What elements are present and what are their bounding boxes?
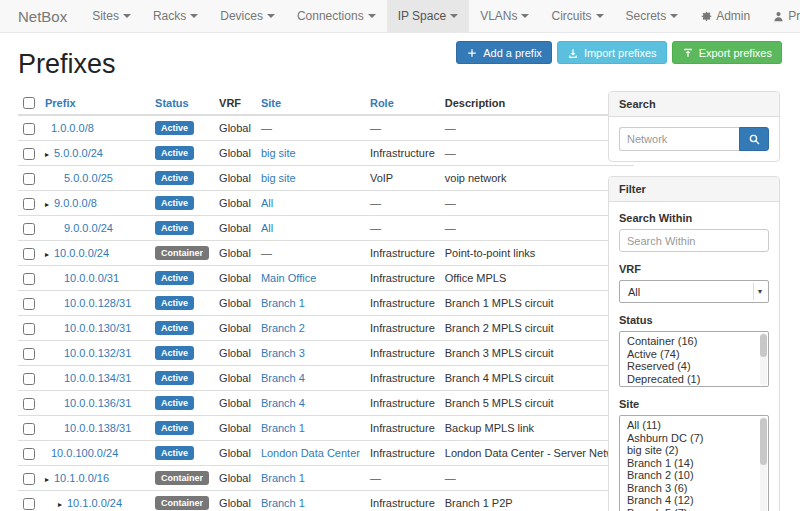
prefix-link[interactable]: 10.0.0.130/31 xyxy=(64,322,131,334)
status-badge[interactable]: Container xyxy=(155,246,209,260)
row-checkbox[interactable] xyxy=(23,248,35,260)
prefix-link[interactable]: 10.0.100.0/24 xyxy=(51,447,118,459)
status-filter-option[interactable]: Reserved (4) xyxy=(620,360,768,373)
prefix-link[interactable]: 1.0.0.0/8 xyxy=(51,122,94,134)
nav-item-sites[interactable]: Sites xyxy=(81,0,142,32)
status-badge[interactable]: Active xyxy=(155,196,194,210)
site-filter-option[interactable]: big site (2) xyxy=(620,444,768,457)
site-filter-option[interactable]: Branch 5 (7) xyxy=(620,507,768,511)
select-all-checkbox[interactable] xyxy=(23,97,35,109)
row-checkbox[interactable] xyxy=(23,448,35,460)
status-badge[interactable]: Active xyxy=(155,296,194,310)
row-checkbox[interactable] xyxy=(23,273,35,285)
prefix-link[interactable]: 10.1.0.0/24 xyxy=(67,497,122,509)
status-filter-option[interactable]: Deprecated (1) xyxy=(620,373,768,386)
prefix-link[interactable]: 10.0.0.132/31 xyxy=(64,347,131,359)
status-badge[interactable]: Active xyxy=(155,446,194,460)
prefix-link[interactable]: 5.0.0.0/24 xyxy=(54,147,103,159)
status-badge[interactable]: Active xyxy=(155,121,194,135)
prefix-link[interactable]: 9.0.0.0/24 xyxy=(64,222,113,234)
row-checkbox[interactable] xyxy=(23,323,35,335)
site-link[interactable]: London Data Center xyxy=(261,447,360,459)
scrollbar-thumb[interactable] xyxy=(760,418,767,465)
prefix-link[interactable]: 10.0.0.134/31 xyxy=(64,372,131,384)
nav-item-devices[interactable]: Devices xyxy=(209,0,286,32)
row-checkbox[interactable] xyxy=(23,298,35,310)
prefix-link[interactable]: 5.0.0.0/25 xyxy=(64,172,113,184)
nav-item-secrets[interactable]: Secrets xyxy=(615,0,690,32)
status-badge[interactable]: Active xyxy=(155,371,194,385)
site-link[interactable]: big site xyxy=(261,172,296,184)
status-badge[interactable]: Active xyxy=(155,321,194,335)
row-checkbox[interactable] xyxy=(23,198,35,210)
row-checkbox[interactable] xyxy=(23,123,35,135)
status-badge[interactable]: Active xyxy=(155,221,194,235)
brand-link[interactable]: NetBox xyxy=(0,0,81,32)
import-prefixes-button[interactable]: Import prefixes xyxy=(557,41,667,64)
status-badge[interactable]: Active xyxy=(155,346,194,360)
row-checkbox[interactable] xyxy=(23,398,35,410)
search-input[interactable] xyxy=(619,127,739,151)
site-link[interactable]: All xyxy=(261,197,273,209)
status-badge[interactable]: Active xyxy=(155,171,194,185)
site-filter-option[interactable]: Branch 4 (12) xyxy=(620,494,768,507)
site-link[interactable]: Branch 1 xyxy=(261,472,305,484)
site-link[interactable]: Branch 2 xyxy=(261,322,305,334)
status-badge[interactable]: Container xyxy=(155,496,209,510)
prefix-link[interactable]: 10.0.0.136/31 xyxy=(64,397,131,409)
site-filter-option[interactable]: Branch 3 (6) xyxy=(620,482,768,495)
site-link[interactable]: Branch 1 xyxy=(261,422,305,434)
row-checkbox[interactable] xyxy=(23,348,35,360)
column-header-prefix[interactable]: Prefix xyxy=(40,91,150,115)
nav-item-admin[interactable]: Admin xyxy=(689,0,761,32)
site-filter-option[interactable]: Branch 1 (14) xyxy=(620,457,768,470)
row-checkbox[interactable] xyxy=(23,223,35,235)
add-a-prefix-button[interactable]: Add a prefix xyxy=(456,41,552,64)
nav-item-profile[interactable]: Profile xyxy=(761,0,800,32)
site-link[interactable]: Branch 4 xyxy=(261,397,305,409)
column-header-site[interactable]: Site xyxy=(256,91,365,115)
site-link[interactable]: Branch 1 xyxy=(261,497,305,509)
prefix-link[interactable]: 10.0.0.0/24 xyxy=(54,247,109,259)
site-multiselect[interactable]: All (11)Ashburn DC (7)big site (2)Branch… xyxy=(619,415,769,511)
status-badge[interactable]: Active xyxy=(155,271,194,285)
row-checkbox[interactable] xyxy=(23,473,35,485)
row-checkbox[interactable] xyxy=(23,173,35,185)
status-badge[interactable]: Container xyxy=(155,471,209,485)
scrollbar-thumb[interactable] xyxy=(760,334,767,357)
site-link[interactable]: Branch 1 xyxy=(261,297,305,309)
status-badge[interactable]: Active xyxy=(155,146,194,160)
site-link[interactable]: Main Office xyxy=(261,272,316,284)
site-link[interactable]: Branch 3 xyxy=(261,347,305,359)
column-header-role[interactable]: Role xyxy=(365,91,440,115)
prefix-link[interactable]: 10.0.0.0/31 xyxy=(64,272,119,284)
row-checkbox[interactable] xyxy=(23,423,35,435)
prefix-link[interactable]: 10.0.0.128/31 xyxy=(64,297,131,309)
site-link[interactable]: Branch 4 xyxy=(261,372,305,384)
site-filter-option[interactable]: Branch 2 (10) xyxy=(620,469,768,482)
site-filter-option[interactable]: Ashburn DC (7) xyxy=(620,432,768,445)
vrf-select[interactable]: All ▼ xyxy=(619,280,769,303)
status-badge[interactable]: Active xyxy=(155,396,194,410)
status-filter-option[interactable]: Container (16) xyxy=(620,335,768,348)
status-badge[interactable]: Active xyxy=(155,421,194,435)
status-filter-option[interactable]: Active (74) xyxy=(620,348,768,361)
nav-item-connections[interactable]: Connections xyxy=(286,0,387,32)
search-button[interactable] xyxy=(739,127,769,151)
nav-item-ip-space[interactable]: IP Space xyxy=(387,0,469,32)
search-within-input[interactable] xyxy=(619,229,769,252)
nav-item-vlans[interactable]: VLANs xyxy=(469,0,540,32)
site-link[interactable]: All xyxy=(261,222,273,234)
column-header-status[interactable]: Status xyxy=(150,91,214,115)
row-checkbox[interactable] xyxy=(23,373,35,385)
site-filter-option[interactable]: All (11) xyxy=(620,419,768,432)
status-multiselect[interactable]: Container (16)Active (74)Reserved (4)Dep… xyxy=(619,331,769,387)
prefix-link[interactable]: 10.0.0.138/31 xyxy=(64,422,131,434)
row-checkbox[interactable] xyxy=(23,498,35,510)
export-prefixes-button[interactable]: Export prefixes xyxy=(672,41,782,64)
row-checkbox[interactable] xyxy=(23,148,35,160)
nav-item-circuits[interactable]: Circuits xyxy=(540,0,614,32)
prefix-link[interactable]: 9.0.0.0/8 xyxy=(54,197,97,209)
prefix-link[interactable]: 10.1.0.0/16 xyxy=(54,472,109,484)
nav-item-racks[interactable]: Racks xyxy=(142,0,209,32)
